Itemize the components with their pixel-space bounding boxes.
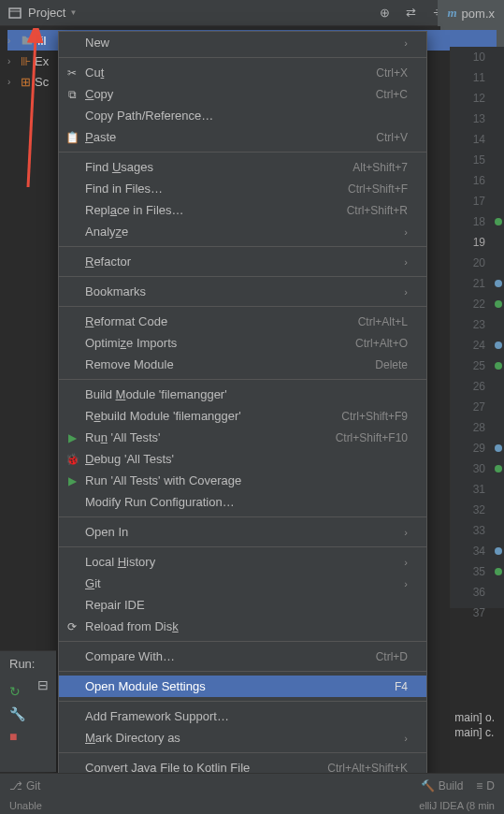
menu-item-copy[interactable]: ⧉CopyCtrl+C xyxy=(59,83,426,105)
line-number[interactable]: 36 xyxy=(451,582,504,603)
line-number[interactable]: 29 xyxy=(451,438,504,458)
submenu-arrow-icon: › xyxy=(404,37,408,49)
menu-label: New xyxy=(85,36,404,50)
menu-item-run-all-tests[interactable]: ▶Run 'All Tests'Ctrl+Shift+F10 xyxy=(59,427,426,448)
line-number[interactable]: 11 xyxy=(451,67,504,88)
line-number[interactable]: 19 xyxy=(451,232,504,253)
menu-item-local-history[interactable]: Local History› xyxy=(59,551,426,573)
line-number[interactable]: 22 xyxy=(451,294,504,314)
menu-item-analyze[interactable]: Analyze› xyxy=(59,221,426,242)
menu-item-paste[interactable]: 📋PasteCtrl+V xyxy=(59,126,426,148)
expand-icon[interactable]: ⇄ xyxy=(403,6,418,21)
submenu-arrow-icon: › xyxy=(404,256,408,268)
menu-item-refactor[interactable]: Refactor› xyxy=(59,251,426,272)
menu-item-new[interactable]: New› xyxy=(59,32,426,53)
menu-label: Reload from Disk xyxy=(85,619,408,633)
editor-gutter: 1011121314151617181920212223242526272829… xyxy=(450,47,504,608)
line-number[interactable]: 27 xyxy=(451,397,504,417)
expand-arrow-icon[interactable]: › xyxy=(7,56,17,66)
project-view-icon[interactable] xyxy=(7,6,22,21)
menu-item-open-module-settings[interactable]: Open Module SettingsF4 xyxy=(59,676,426,697)
run-icon: ▶ xyxy=(65,431,79,444)
menu-item-repair-ide[interactable]: Repair IDE xyxy=(59,594,426,616)
menu-item-replace-in-files[interactable]: Replace in Files…Ctrl+Shift+R xyxy=(59,199,426,221)
gutter-marker-icon[interactable] xyxy=(495,362,502,370)
project-label: Project xyxy=(28,6,65,20)
line-number[interactable]: 28 xyxy=(451,417,504,438)
layout-icon[interactable]: ⊟ xyxy=(37,677,49,692)
line-number[interactable]: 12 xyxy=(451,88,504,109)
gutter-marker-icon[interactable] xyxy=(495,568,502,575)
menu-label: Cut xyxy=(85,65,376,80)
menu-item-compare-with[interactable]: Compare With…Ctrl+D xyxy=(59,646,426,667)
line-number[interactable]: 13 xyxy=(451,109,504,129)
menu-item-cut[interactable]: ✂CutCtrl+X xyxy=(59,62,426,83)
menu-item-reformat-code[interactable]: Reformat CodeCtrl+Alt+L xyxy=(59,311,426,332)
menu-item-remove-module[interactable]: Remove ModuleDelete xyxy=(59,354,426,375)
menu-item-modify-run-configuration[interactable]: Modify Run Configuration… xyxy=(59,491,426,513)
menu-item-build-module-filemangger[interactable]: Build Module 'filemangger' xyxy=(59,384,426,405)
gutter-marker-icon[interactable] xyxy=(495,465,502,472)
line-number[interactable]: 20 xyxy=(451,253,504,273)
menu-item-find-in-files[interactable]: Find in Files…Ctrl+Shift+F xyxy=(59,178,426,199)
bottom-right-text: elliJ IDEA (8 min xyxy=(419,800,495,811)
maven-icon: m xyxy=(447,6,456,21)
menu-separator xyxy=(59,641,426,642)
line-number[interactable]: 21 xyxy=(451,273,504,294)
submenu-arrow-icon: › xyxy=(404,286,408,298)
menu-item-bookmarks[interactable]: Bookmarks› xyxy=(59,281,426,302)
expand-arrow-icon[interactable]: › xyxy=(7,36,17,46)
line-number[interactable]: 33 xyxy=(451,520,504,541)
line-number[interactable]: 17 xyxy=(451,191,504,211)
tree-label: fil xyxy=(37,34,46,48)
tree-label: Sc xyxy=(35,75,49,89)
expand-arrow-icon[interactable]: › xyxy=(7,77,17,87)
menu-item-optimize-imports[interactable]: Optimize ImportsCtrl+Alt+O xyxy=(59,332,426,354)
menu-item-find-usages[interactable]: Find UsagesAlt+Shift+7 xyxy=(59,156,426,178)
line-number[interactable]: 26 xyxy=(451,376,504,397)
menu-label: Find in Files… xyxy=(85,182,348,196)
menu-item-add-framework-support[interactable]: Add Framework Support… xyxy=(59,705,426,727)
menu-item-open-in[interactable]: Open In› xyxy=(59,521,426,543)
line-number[interactable]: 14 xyxy=(451,129,504,150)
submenu-arrow-icon: › xyxy=(404,557,408,568)
line-number[interactable]: 34 xyxy=(451,541,504,561)
menu-item-git[interactable]: Git› xyxy=(59,573,426,594)
wrench-icon[interactable]: 🔧 xyxy=(9,706,47,721)
line-number[interactable]: 10 xyxy=(451,47,504,67)
gutter-marker-icon[interactable] xyxy=(495,547,502,555)
line-number[interactable]: 25 xyxy=(451,356,504,376)
line-number[interactable]: 30 xyxy=(451,458,504,479)
menu-item-rebuild-module-filemangger[interactable]: Rebuild Module 'filemangger'Ctrl+Shift+F… xyxy=(59,405,426,427)
menu-label: Remove Module xyxy=(85,357,375,371)
line-number[interactable]: 24 xyxy=(451,335,504,356)
gutter-marker-icon[interactable] xyxy=(495,300,502,308)
gutter-marker-icon[interactable] xyxy=(495,218,502,225)
gutter-marker-icon[interactable] xyxy=(495,342,502,349)
line-number[interactable]: 23 xyxy=(451,314,504,335)
line-number[interactable]: 16 xyxy=(451,170,504,191)
menu-item-mark-directory-as[interactable]: Mark Directory as› xyxy=(59,727,426,749)
line-number[interactable]: 18 xyxy=(451,211,504,232)
status-build[interactable]: 🔨 Build xyxy=(421,779,464,792)
gutter-marker-icon[interactable] xyxy=(495,280,502,287)
line-number[interactable]: 31 xyxy=(451,479,504,500)
submenu-arrow-icon: › xyxy=(404,578,408,589)
line-number[interactable]: 37 xyxy=(451,603,504,623)
status-git[interactable]: ⎇ Git xyxy=(9,779,40,792)
target-icon[interactable]: ⊕ xyxy=(377,6,392,21)
bottom-left-text: Unable xyxy=(9,800,42,811)
run-panel: Run: ↻ 🔧 ■ ⊟ xyxy=(0,650,56,772)
line-number[interactable]: 32 xyxy=(451,500,504,520)
stop-icon[interactable]: ■ xyxy=(9,729,47,744)
gutter-marker-icon[interactable] xyxy=(495,444,502,452)
menu-item-debug-all-tests[interactable]: 🐞Debug 'All Tests' xyxy=(59,448,426,470)
menu-item-run-all-tests-with-coverage[interactable]: ▶Run 'All Tests' with Coverage xyxy=(59,470,426,491)
line-number[interactable]: 15 xyxy=(451,150,504,170)
project-dropdown[interactable]: Project ▼ xyxy=(28,6,77,20)
line-number[interactable]: 35 xyxy=(451,561,504,582)
menu-item-reload-from-disk[interactable]: ⟳Reload from Disk xyxy=(59,616,426,637)
tab-pom[interactable]: m pom.x xyxy=(438,0,504,26)
menu-item-copy-path-reference[interactable]: Copy Path/Reference… xyxy=(59,105,426,126)
status-d[interactable]: ≡ D xyxy=(476,779,495,792)
